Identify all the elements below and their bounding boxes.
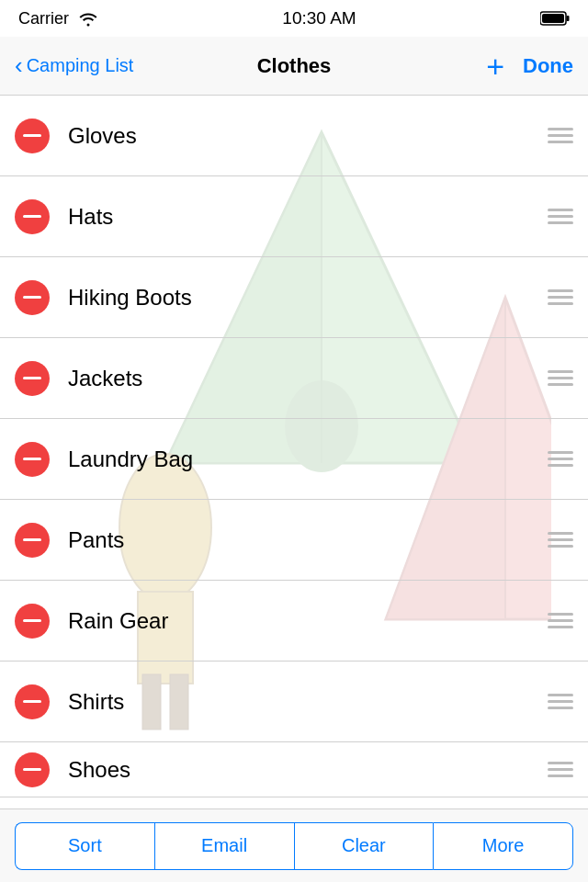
- back-chevron-icon: ‹: [15, 53, 23, 77]
- drag-handle[interactable]: [548, 370, 573, 386]
- drag-handle[interactable]: [548, 762, 573, 777]
- item-label: Rain Gear: [68, 608, 548, 634]
- drag-handle[interactable]: [548, 613, 573, 628]
- back-label: Camping List: [27, 55, 134, 76]
- list-item: Pants: [0, 500, 588, 581]
- list-item: Laundry Bag: [0, 419, 588, 500]
- back-button[interactable]: ‹ Camping List: [15, 55, 133, 77]
- delete-button[interactable]: [15, 442, 50, 477]
- battery-icon: [540, 11, 570, 26]
- list-item: Shoes: [0, 742, 588, 797]
- done-button[interactable]: Done: [523, 54, 573, 78]
- status-bar: Carrier 10:30 AM: [0, 0, 588, 37]
- item-label: Shoes: [68, 757, 548, 783]
- item-label: Gloves: [68, 123, 548, 149]
- nav-bar: ‹ Camping List Clothes + Done: [0, 37, 588, 96]
- list-item: Jackets: [0, 338, 588, 419]
- delete-button[interactable]: [15, 684, 50, 719]
- more-button[interactable]: More: [433, 822, 573, 870]
- delete-button[interactable]: [15, 752, 50, 787]
- item-label: Pants: [68, 527, 548, 553]
- item-label: Jackets: [68, 366, 548, 391]
- drag-handle[interactable]: [548, 532, 573, 548]
- wifi-icon: [78, 10, 98, 27]
- svg-rect-2: [542, 14, 564, 23]
- delete-button[interactable]: [15, 604, 50, 639]
- add-button[interactable]: +: [486, 51, 504, 82]
- list-item: Gloves: [0, 96, 588, 176]
- list-item: Hiking Boots: [0, 257, 588, 338]
- drag-handle[interactable]: [548, 289, 573, 305]
- drag-handle[interactable]: [548, 451, 573, 467]
- drag-handle[interactable]: [548, 128, 573, 143]
- list-item: Hats: [0, 176, 588, 257]
- delete-button[interactable]: [15, 280, 50, 315]
- clear-button[interactable]: Clear: [294, 822, 434, 870]
- delete-button[interactable]: [15, 119, 50, 153]
- sort-button[interactable]: Sort: [15, 822, 154, 870]
- list-item: Rain Gear: [0, 581, 588, 662]
- item-label: Hats: [68, 204, 548, 230]
- drag-handle[interactable]: [548, 209, 573, 224]
- page-title: Clothes: [257, 54, 332, 78]
- list-area: Gloves Hats Hiking Boots Jackets: [0, 96, 588, 808]
- status-bar-left: Carrier: [18, 9, 98, 28]
- delete-button[interactable]: [15, 523, 50, 558]
- status-bar-right: [540, 11, 570, 26]
- item-label: Shirts: [68, 689, 548, 715]
- list-item: Shirts: [0, 662, 588, 742]
- drag-handle[interactable]: [548, 694, 573, 709]
- email-button[interactable]: Email: [154, 822, 294, 870]
- bottom-toolbar: Sort Email Clear More: [0, 808, 588, 882]
- svg-rect-1: [566, 16, 569, 21]
- status-bar-time: 10:30 AM: [282, 8, 356, 28]
- carrier-label: Carrier: [18, 9, 69, 28]
- delete-button[interactable]: [15, 361, 50, 396]
- item-label: Hiking Boots: [68, 285, 548, 311]
- delete-button[interactable]: [15, 199, 50, 234]
- nav-right-actions: + Done: [486, 51, 573, 82]
- item-label: Laundry Bag: [68, 447, 548, 472]
